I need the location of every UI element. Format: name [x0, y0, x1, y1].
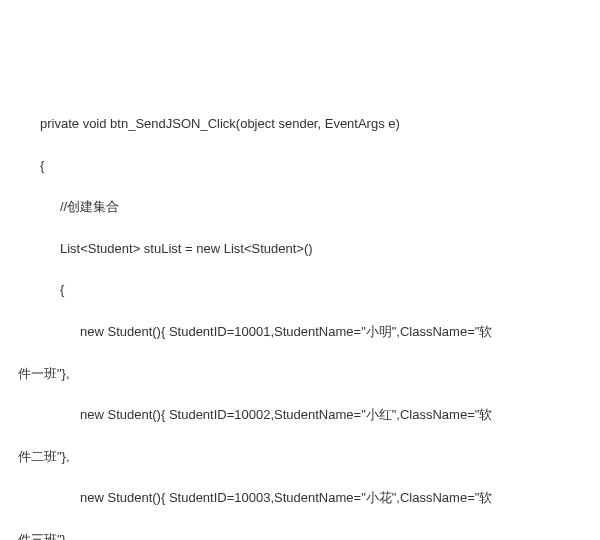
code-line: {: [0, 156, 600, 177]
code-line: List<Student> stuList = new List<Student…: [0, 239, 600, 260]
code-line: //创建集合: [0, 197, 600, 218]
code-line: 件三班"},: [0, 530, 600, 540]
code-line: new Student(){ StudentID=10002,StudentNa…: [0, 405, 600, 426]
code-line: new Student(){ StudentID=10001,StudentNa…: [0, 322, 600, 343]
code-line: {: [0, 280, 600, 301]
code-line: 件一班"},: [0, 364, 600, 385]
code-line: 件二班"},: [0, 447, 600, 468]
code-line: new Student(){ StudentID=10003,StudentNa…: [0, 488, 600, 509]
code-snippet: private void btn_SendJSON_Click(object s…: [0, 93, 600, 540]
code-line: private void btn_SendJSON_Click(object s…: [0, 114, 600, 135]
